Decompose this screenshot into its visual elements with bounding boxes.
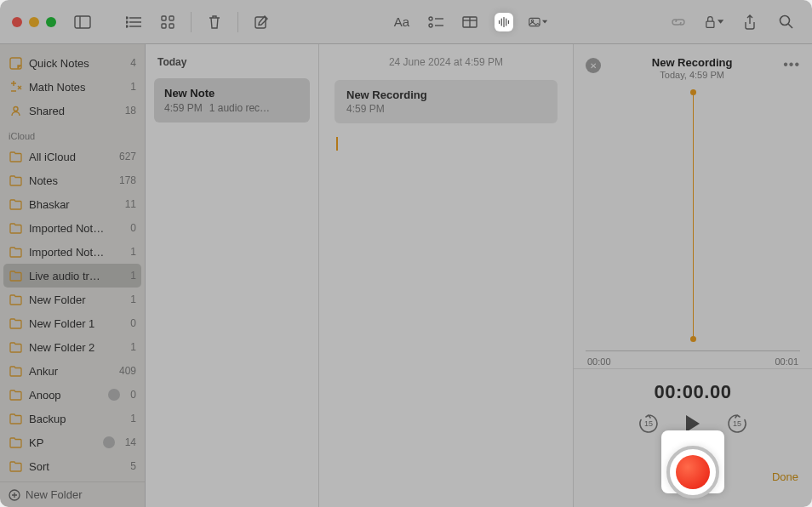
time-start: 00:00 xyxy=(587,356,611,367)
svg-point-28 xyxy=(780,16,789,26)
svg-rect-27 xyxy=(706,21,714,27)
recording-time: 4:59 PM xyxy=(346,103,546,115)
audio-subtitle: Today, 4:59 PM xyxy=(608,70,776,80)
folder-icon xyxy=(9,150,22,163)
svg-line-29 xyxy=(788,24,792,28)
sidebar-folder[interactable]: KP14 xyxy=(0,430,145,454)
window-close[interactable] xyxy=(12,17,22,27)
sidebar-folder[interactable]: Imported Not…0 xyxy=(0,216,145,240)
folder-icon xyxy=(9,293,22,306)
sidebar-item-count: 178 xyxy=(119,174,136,186)
svg-rect-0 xyxy=(75,16,90,28)
sidebar-folder[interactable]: Backup1 xyxy=(0,407,145,430)
window-minimize[interactable] xyxy=(29,17,39,27)
sidebar-folder[interactable]: New Folder 10 xyxy=(0,311,145,335)
sidebar-item-label: Imported Not… xyxy=(29,246,123,259)
sidebar-item-math-notes[interactable]: Math Notes1 xyxy=(0,75,145,99)
skip-forward-button[interactable]: 15 xyxy=(725,412,749,436)
folder-icon xyxy=(9,436,22,449)
sidebar-folder[interactable]: New Folder1 xyxy=(0,288,145,311)
sidebar-item-label: New Folder 1 xyxy=(29,317,123,330)
sidebar-section-header: iCloud xyxy=(0,122,145,145)
audio-title: New Recording xyxy=(608,56,776,69)
sidebar-item-label: Notes xyxy=(29,174,112,187)
sidebar-item-label: Quick Notes xyxy=(29,57,123,70)
checklist-icon[interactable] xyxy=(426,13,445,31)
folder-icon xyxy=(9,412,22,425)
svg-rect-8 xyxy=(162,16,166,20)
note-date: 24 June 2024 at 4:59 PM xyxy=(319,44,573,75)
sidebar-folder[interactable]: Bhaskar11 xyxy=(0,192,145,216)
grid-view-icon[interactable] xyxy=(158,13,177,31)
table-icon[interactable] xyxy=(460,13,479,31)
sidebar-item-count: 1 xyxy=(130,246,136,258)
sidebar-folder[interactable]: Anoop0 xyxy=(0,383,145,407)
sidebar-item-label: New Folder 2 xyxy=(29,341,123,354)
folder-icon xyxy=(9,364,22,378)
sidebar-item-quick-notes[interactable]: Quick Notes4 xyxy=(0,51,145,75)
sidebar-folder[interactable]: Notes178 xyxy=(0,168,145,192)
sidebar-folder[interactable]: Live audio tr…1 xyxy=(3,264,141,288)
sidebar-item-label: Anoop xyxy=(29,389,101,402)
sidebar-item-count: 14 xyxy=(125,436,136,448)
compose-icon[interactable] xyxy=(252,13,271,31)
sidebar-toggle-icon[interactable] xyxy=(73,13,92,31)
search-icon[interactable] xyxy=(776,13,795,31)
sidebar-item-label: Imported Not… xyxy=(29,222,123,235)
link-icon[interactable] xyxy=(669,13,688,31)
time-end: 00:01 xyxy=(775,356,798,367)
audio-more-icon[interactable]: ••• xyxy=(783,57,800,72)
svg-rect-30 xyxy=(10,58,21,69)
note-title: New Note xyxy=(164,87,300,100)
sidebar-item-label: Shared xyxy=(29,105,118,117)
close-audio-panel[interactable]: ✕ xyxy=(586,58,601,73)
note-list-item[interactable]: New Note4:59 PM1 audio rec… xyxy=(154,78,310,122)
done-button[interactable]: Done xyxy=(772,470,798,483)
media-icon[interactable] xyxy=(529,13,547,31)
folder-icon xyxy=(9,340,22,354)
sidebar-folder[interactable]: New Folder 21 xyxy=(0,335,145,359)
sidebar-item-label: KP xyxy=(29,436,96,449)
sidebar-folder[interactable]: Ankur409 xyxy=(0,359,145,383)
elapsed-time: 00:00.00 xyxy=(586,381,800,403)
new-folder-button[interactable]: New Folder xyxy=(0,481,145,507)
lock-icon[interactable] xyxy=(705,13,723,31)
sidebar-item-count: 1 xyxy=(130,341,136,353)
sidebar-item-count: 409 xyxy=(119,365,136,377)
sidebar-folder[interactable]: Imported Not…1 xyxy=(0,240,145,264)
sidebar-item-label: All iCloud xyxy=(29,151,112,163)
svg-point-36 xyxy=(14,106,18,111)
math-icon xyxy=(9,80,22,94)
waveform-area[interactable]: 00:00 00:01 xyxy=(586,92,800,365)
svg-rect-25 xyxy=(529,18,540,26)
quick-icon xyxy=(9,56,22,70)
text-cursor xyxy=(336,137,338,151)
sidebar-item-count: 1 xyxy=(130,413,136,424)
record-button[interactable] xyxy=(666,446,719,498)
folder-icon xyxy=(9,197,22,211)
sidebar-item-count: 4 xyxy=(130,57,136,69)
recording-attachment[interactable]: New Recording 4:59 PM xyxy=(335,80,558,123)
window-zoom[interactable] xyxy=(46,17,56,27)
playhead[interactable] xyxy=(693,92,694,339)
list-view-icon[interactable] xyxy=(124,13,143,31)
sidebar-item-shared[interactable]: Shared18 xyxy=(0,99,145,122)
sidebar-item-count: 5 xyxy=(130,460,136,472)
sidebar-item-count: 627 xyxy=(119,151,136,162)
sidebar-folder[interactable]: Sort5 xyxy=(0,454,145,478)
folder-icon xyxy=(9,221,22,235)
sidebar-item-label: Backup xyxy=(29,413,123,425)
sidebar-item-count: 1 xyxy=(130,81,136,93)
skip-back-button[interactable]: 15 xyxy=(637,412,660,436)
share-icon[interactable] xyxy=(741,13,759,31)
svg-point-5 xyxy=(126,17,128,19)
recording-title: New Recording xyxy=(346,88,546,101)
audio-record-icon[interactable] xyxy=(495,13,513,31)
sidebar-folder[interactable]: All iCloud627 xyxy=(0,145,145,168)
sidebar-item-label: Math Notes xyxy=(29,81,123,94)
sidebar-item-label: Bhaskar xyxy=(29,198,118,211)
delete-icon[interactable] xyxy=(205,13,224,31)
sidebar-item-label: Ankur xyxy=(29,365,112,378)
format-text-icon[interactable]: Aa xyxy=(392,13,411,31)
shared-badge-icon xyxy=(103,436,115,448)
